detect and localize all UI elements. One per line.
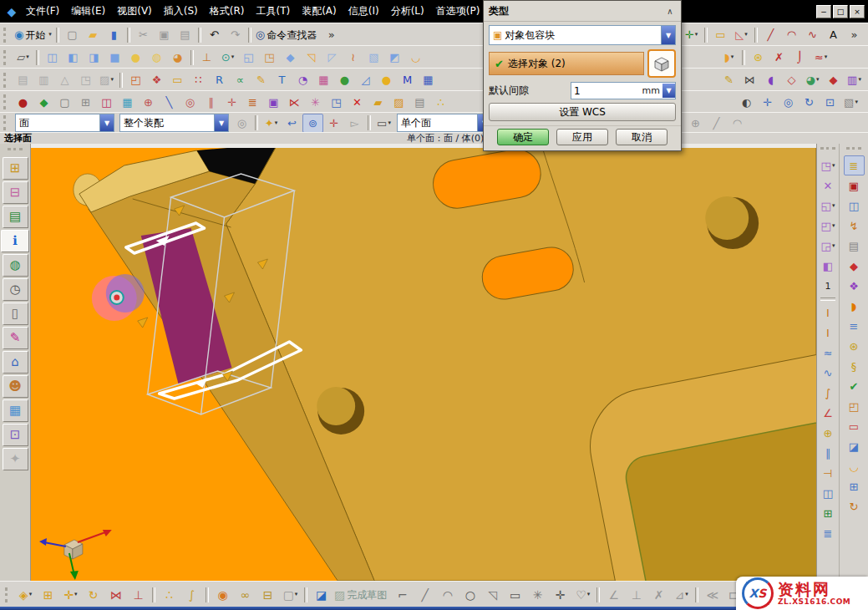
vee-icon[interactable]: ◡: [844, 456, 865, 476]
measure-length-icon[interactable]: ▭: [167, 70, 188, 89]
palette-icon[interactable]: ▦: [117, 93, 138, 112]
close-button[interactable]: ×: [850, 5, 865, 18]
red-sphere-icon[interactable]: ●: [13, 93, 33, 112]
calculator-icon[interactable]: ▦: [418, 70, 439, 89]
wrap-icon[interactable]: ◔: [292, 70, 313, 89]
layers-icon[interactable]: ≣: [242, 93, 263, 112]
text-tool-icon[interactable]: A: [823, 25, 844, 44]
select-object-field[interactable]: ✔ 选择对象 (2): [489, 52, 644, 75]
curve-x-icon[interactable]: ✗: [769, 48, 789, 67]
assembly-navigator-tab[interactable]: ⊞: [3, 157, 28, 180]
restore-button[interactable]: □: [833, 5, 848, 18]
pencil-ruler-icon[interactable]: ✎: [251, 70, 272, 89]
bounding-box-button[interactable]: [647, 49, 676, 78]
orange-claw-icon[interactable]: ↻: [844, 496, 865, 516]
menu-item-8[interactable]: 分析(L): [385, 3, 430, 20]
dim-flat-icon[interactable]: ≈: [818, 343, 839, 363]
type-filter-dropdown[interactable]: 面 ▼: [15, 114, 114, 132]
dim-angle-icon[interactable]: ∠: [818, 403, 839, 423]
zoom-icon[interactable]: ◎: [778, 93, 799, 112]
group-folder-icon[interactable]: ▰: [368, 93, 388, 112]
document-tab[interactable]: ▯: [3, 302, 28, 325]
curve-s-icon[interactable]: ≈▾: [810, 48, 831, 67]
white-cube-icon[interactable]: ▢: [54, 93, 75, 112]
component-joint-icon[interactable]: ∫: [180, 584, 203, 605]
target-icon[interactable]: ◎: [180, 93, 201, 112]
sheet-feature-icon[interactable]: ◗▾: [718, 48, 739, 67]
pull-face-icon[interactable]: ✕: [818, 175, 839, 196]
curve-j-icon[interactable]: ⌡: [789, 48, 810, 67]
move-face-icon-caret[interactable]: ▾: [832, 163, 835, 169]
unit-dropdown-arrow[interactable]: ▼: [662, 84, 675, 98]
grid-color-icon[interactable]: ▦: [313, 70, 334, 89]
dim-height-icon[interactable]: I: [818, 323, 839, 343]
wireframe-icon[interactable]: ▧▾: [840, 93, 861, 112]
snap-point-menu-icon[interactable]: ✦▾: [261, 114, 282, 133]
trim-flow-icon[interactable]: ↯: [844, 216, 865, 236]
history-tab[interactable]: ◷: [3, 278, 28, 301]
type-dropdown[interactable]: ▣ 对象包容块 ▼: [489, 25, 676, 45]
spline-sketch-icon-caret[interactable]: ▾: [587, 592, 591, 597]
marquee-icon[interactable]: ▭▾: [373, 114, 394, 133]
fit-icon[interactable]: ⊡: [820, 93, 840, 112]
arc-tool-icon[interactable]: ◠: [781, 25, 802, 44]
pattern-component-icon[interactable]: ∴: [158, 584, 180, 605]
new-component-icon[interactable]: ✛▾: [59, 584, 82, 605]
paste-icon[interactable]: ▤: [175, 25, 195, 44]
dim-sym-icon[interactable]: ⊕: [818, 423, 839, 443]
find-component-icon-caret[interactable]: ▾: [29, 592, 33, 597]
sketch-badge-icon[interactable]: ◪: [310, 584, 332, 605]
selection-scope-arrow[interactable]: ▼: [214, 114, 228, 131]
spline-tool-icon[interactable]: ∿: [802, 25, 823, 44]
green-check-icon[interactable]: ✔: [844, 376, 865, 396]
measure-angle2-icon[interactable]: ❖: [146, 70, 167, 89]
constraint-navigator-tab[interactable]: ⊟: [3, 181, 28, 204]
grid-cube-icon[interactable]: ⊞: [75, 93, 96, 112]
curve-s-icon-caret[interactable]: ▾: [825, 54, 828, 60]
measure-body-icon[interactable]: ∝: [230, 70, 251, 89]
menu-item-6[interactable]: 装配(A): [296, 3, 343, 20]
dim-mid-icon[interactable]: ⊣: [818, 463, 839, 483]
lock-icon[interactable]: ⊟: [256, 584, 279, 605]
cone-icon[interactable]: ◕: [167, 48, 188, 67]
constraint-tri-icon-caret[interactable]: ▾: [685, 592, 688, 597]
menu-item-7[interactable]: 信息(I): [343, 3, 385, 20]
block-icon[interactable]: ■: [104, 48, 125, 67]
extrude-icon[interactable]: ◧: [63, 48, 84, 67]
cancel-button[interactable]: 取消: [616, 129, 667, 145]
blob-icon[interactable]: ●: [376, 70, 397, 89]
dim-link-icon[interactable]: ∫: [818, 383, 839, 403]
web-browser-tab[interactable]: ⌂: [3, 351, 28, 374]
replace-face-icon-caret[interactable]: ▾: [832, 223, 835, 229]
profile-icon[interactable]: ⌐: [391, 584, 414, 605]
rectangle-sketch-icon[interactable]: ▭: [504, 584, 526, 605]
assembly-constraint-icon[interactable]: ⊥: [127, 584, 150, 605]
command-finder-icon[interactable]: ◎命令查找器: [254, 25, 321, 44]
workpiece-icon[interactable]: ▤: [844, 236, 865, 256]
stamp-icon[interactable]: ◪: [844, 436, 865, 456]
toolbar-grip[interactable]: [820, 147, 835, 154]
type-dropdown-arrow[interactable]: ▼: [661, 26, 675, 44]
toolbar-grip[interactable]: [846, 147, 861, 154]
toolbar-grip[interactable]: [3, 28, 10, 43]
set-wcs-button[interactable]: 设置 WCS: [489, 103, 676, 121]
orange-sheet-icon[interactable]: ◗: [844, 296, 865, 316]
bend-icon[interactable]: ◡: [405, 48, 426, 67]
web-icon[interactable]: ✳: [305, 93, 326, 112]
resize-face-icon-caret[interactable]: ▾: [832, 243, 835, 249]
sweep-icon[interactable]: ≀: [343, 48, 363, 67]
type-filter-arrow[interactable]: ▼: [99, 114, 114, 131]
m-box-icon[interactable]: ▣: [263, 93, 284, 112]
point-on-face-icon[interactable]: ✛: [323, 114, 344, 133]
green-diamond-icon[interactable]: ◆: [33, 93, 54, 112]
viewport-3d[interactable]: [31, 144, 816, 581]
sphere-nav-icon[interactable]: ◐: [736, 93, 757, 112]
face-rule-dropdown[interactable]: 单个面 ▼: [397, 114, 492, 132]
apply-button[interactable]: 应用: [556, 129, 608, 145]
point-list-icon[interactable]: ∷: [188, 70, 209, 89]
dim-curve-icon[interactable]: ∿: [818, 363, 839, 383]
visualization-tab[interactable]: ✎: [3, 327, 28, 349]
radius-icon[interactable]: R: [209, 70, 230, 89]
menu-item-3[interactable]: 插入(S): [158, 3, 204, 20]
bowtie-icon[interactable]: ⋈: [739, 70, 760, 89]
